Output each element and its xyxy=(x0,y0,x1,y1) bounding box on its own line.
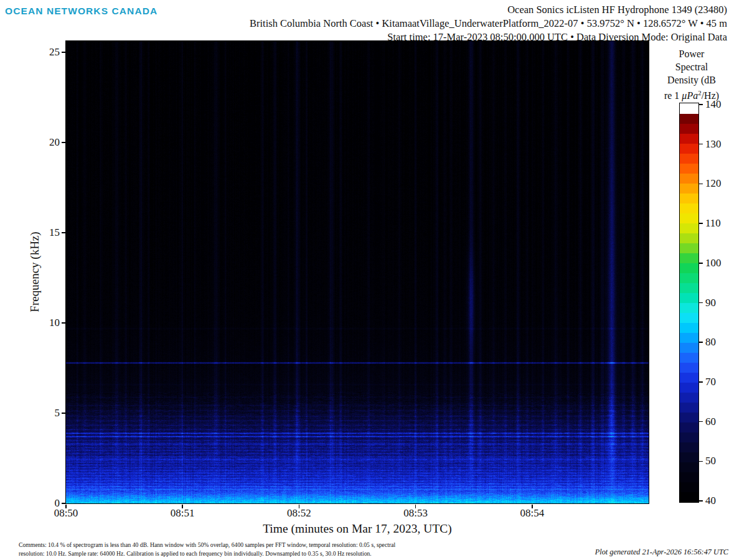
colorbar-tick-mark xyxy=(699,342,703,343)
colorbar-tick-label: 50 xyxy=(705,455,716,467)
title-line-instrument: Ocean Sonics icListen HF Hydrophone 1349… xyxy=(250,3,727,17)
y-tick-label: 15 xyxy=(36,226,60,239)
colorbar-title-line4: re 1 μPa2/Hz) xyxy=(651,86,733,102)
colorbar-title-line2: Spectral xyxy=(651,60,733,73)
y-tick-mark xyxy=(62,232,66,233)
colorbar-title-line3: Density (dB xyxy=(651,73,733,86)
colorbar-tick-label: 80 xyxy=(705,336,716,348)
colorbar xyxy=(679,103,699,503)
y-tick-label: 20 xyxy=(36,136,60,149)
colorbar-tick-label: 130 xyxy=(705,138,721,151)
colorbar-tick-mark xyxy=(699,223,703,224)
onc-logo: OCEAN NETWORKS CANADA xyxy=(5,6,157,17)
colorbar-tick-label: 120 xyxy=(705,177,721,190)
spectrogram-plot-area xyxy=(65,40,649,504)
y-tick-label: 25 xyxy=(36,46,60,58)
colorbar-title-line1: Power xyxy=(651,47,733,60)
x-tick-label: 08:51 xyxy=(171,507,195,520)
colorbar-tick-label: 90 xyxy=(705,297,716,309)
colorbar-tick-mark xyxy=(699,302,703,304)
colorbar-tick-label: 100 xyxy=(705,257,721,269)
spectrogram-canvas xyxy=(66,41,649,503)
spectrogram-figure: OCEAN NETWORKS CANADA Ocean Sonics icLis… xyxy=(0,0,747,560)
colorbar-unit: μPa xyxy=(682,90,698,101)
colorbar-tick-label: 70 xyxy=(705,376,716,388)
colorbar-tick-mark xyxy=(699,421,703,422)
colorbar-tick-label: 40 xyxy=(705,495,716,507)
figure-comments: Comments: 10.4 % of spectrogram is less … xyxy=(19,541,395,558)
y-tick-label: 0 xyxy=(36,497,60,510)
y-tick-mark xyxy=(62,413,66,414)
colorbar-tick-mark xyxy=(699,104,703,105)
plot-generated-timestamp: Plot generated 21-Apr-2026 16:56:47 UTC xyxy=(595,548,728,557)
colorbar-tick-label: 60 xyxy=(705,416,716,428)
x-axis-label: Time (minutes on Mar 17, 2023, UTC) xyxy=(263,522,452,536)
comments-line1: Comments: 10.4 % of spectrogram is less … xyxy=(19,541,395,549)
colorbar-tick-mark xyxy=(699,144,703,145)
y-axis-label: Frequency (kHz) xyxy=(28,231,42,312)
y-tick-mark xyxy=(62,52,66,53)
y-tick-mark xyxy=(62,503,66,504)
title-line-location: British Columbia North Coast • KitamaatV… xyxy=(250,17,727,30)
colorbar-tick-mark xyxy=(699,381,703,383)
y-tick-mark xyxy=(62,322,66,324)
colorbar-tick-label: 110 xyxy=(705,217,721,230)
colorbar-canvas xyxy=(680,103,698,502)
colorbar-unit-suffix: /Hz) xyxy=(702,90,719,101)
y-tick-label: 5 xyxy=(36,407,60,419)
comments-line2: resolution: 10.0 Hz. Sample rate: 64000 … xyxy=(19,549,395,558)
x-tick-label: 08:53 xyxy=(403,507,428,520)
colorbar-unit-prefix: re 1 xyxy=(664,90,682,101)
figure-titles: Ocean Sonics icListen HF Hydrophone 1349… xyxy=(250,3,727,44)
x-tick-label: 08:52 xyxy=(287,507,311,520)
y-tick-mark xyxy=(62,142,66,143)
colorbar-tick-mark xyxy=(699,461,703,462)
colorbar-tick-mark xyxy=(699,263,703,264)
x-tick-label: 08:54 xyxy=(520,507,544,520)
colorbar-tick-mark xyxy=(699,500,703,502)
colorbar-tick-mark xyxy=(699,184,703,185)
colorbar-title: Power Spectral Density (dB re 1 μPa2/Hz) xyxy=(651,47,733,102)
y-tick-label: 10 xyxy=(36,317,60,329)
